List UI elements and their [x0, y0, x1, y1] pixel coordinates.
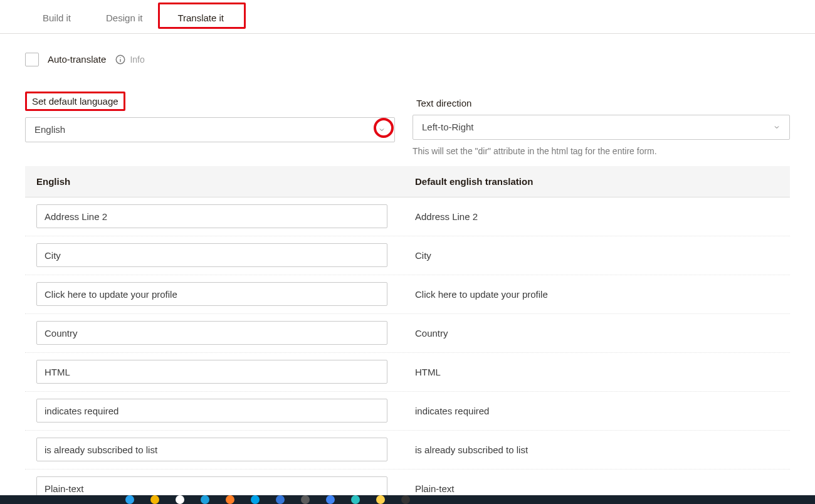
table-row: indicates required [25, 392, 790, 431]
info-icon[interactable] [115, 54, 126, 65]
default-translation-text: Country [404, 322, 790, 345]
default-language-value: English [34, 124, 65, 135]
table-row: Country [25, 314, 790, 353]
table-row: is already subscribed to list [25, 431, 790, 470]
text-direction-helper: This will set the "dir" attribute in the… [413, 146, 790, 156]
translation-input[interactable] [36, 243, 387, 267]
default-language-label: Set default language [25, 92, 125, 111]
taskbar-app-icon[interactable] [276, 495, 285, 504]
taskbar-app-icon[interactable] [201, 495, 209, 504]
table-row: City [25, 236, 790, 275]
text-direction-select[interactable]: Left-to-Right [413, 115, 790, 140]
chevron-down-icon [773, 123, 781, 131]
tab-design[interactable]: Design it [88, 3, 160, 33]
tab-build[interactable]: Build it [25, 3, 88, 33]
chevron-down-icon [378, 126, 386, 134]
translation-input[interactable] [36, 360, 387, 384]
taskbar-app-icon[interactable] [125, 495, 134, 504]
info-label: Info [130, 55, 144, 65]
table-row: Address Line 2 [25, 197, 790, 236]
os-taskbar[interactable] [0, 495, 815, 504]
text-direction-label: Text direction [413, 94, 476, 112]
default-translation-text: City [404, 244, 790, 267]
default-translation-text: Address Line 2 [404, 205, 790, 228]
svg-point-2 [120, 57, 121, 58]
taskbar-app-icon[interactable] [251, 495, 260, 504]
table-row: HTML [25, 353, 790, 392]
default-language-select[interactable]: English [25, 117, 395, 142]
taskbar-app-icon[interactable] [150, 495, 159, 504]
default-translation-text: indicates required [404, 399, 790, 423]
table-row: Click here to update your profile [25, 275, 790, 314]
taskbar-app-icon[interactable] [301, 495, 310, 504]
tab-translate[interactable]: Translate it [160, 3, 241, 33]
auto-translate-label: Auto-translate [48, 54, 106, 65]
text-direction-value: Left-to-Right [422, 122, 474, 132]
default-translation-text: is already subscribed to list [404, 438, 790, 461]
table-header-left: English [25, 166, 404, 197]
taskbar-app-icon[interactable] [351, 495, 360, 504]
translation-input[interactable] [36, 438, 387, 461]
taskbar-app-icon[interactable] [226, 495, 234, 504]
translation-input[interactable] [36, 282, 387, 306]
default-translation-text: HTML [404, 360, 790, 384]
translation-input[interactable] [36, 321, 387, 345]
taskbar-app-icon[interactable] [176, 495, 184, 504]
taskbar-app-icon[interactable] [401, 495, 410, 504]
table-header-right: Default english translation [404, 166, 790, 197]
taskbar-app-icon[interactable] [376, 495, 385, 504]
taskbar-app-icon[interactable] [326, 495, 335, 504]
auto-translate-checkbox[interactable] [25, 53, 39, 66]
translation-input[interactable] [36, 399, 387, 423]
translation-input[interactable] [36, 204, 387, 228]
default-translation-text: Click here to update your profile [404, 283, 790, 306]
